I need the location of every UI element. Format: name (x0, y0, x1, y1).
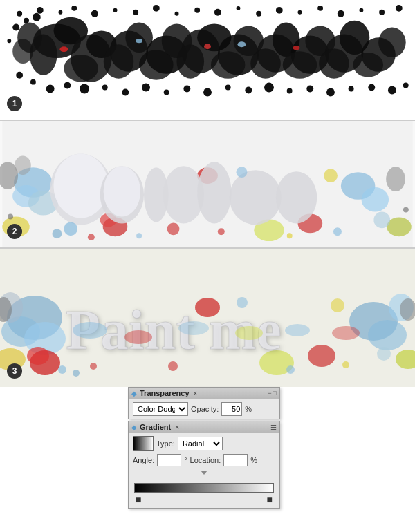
svg-point-147 (168, 361, 178, 371)
step1-canvas (0, 0, 415, 120)
gradient-type-row: Type: Radial (133, 436, 275, 451)
svg-point-33 (12, 24, 19, 31)
svg-point-113 (374, 212, 390, 229)
svg-point-32 (353, 53, 383, 77)
svg-point-5 (12, 39, 33, 64)
step1-badge: 1 (7, 96, 22, 111)
svg-point-75 (359, 8, 363, 12)
gradient-diamond-icon: ◆ (131, 424, 137, 431)
svg-point-47 (203, 88, 212, 97)
svg-point-100 (53, 153, 108, 218)
svg-point-76 (379, 10, 385, 15)
gradient-bar-bottom: ■ ■ (134, 494, 274, 505)
gradient-angle-row: Angle: ° Location: % (133, 454, 275, 466)
transparency-close-button[interactable]: × (192, 390, 199, 397)
svg-point-56 (388, 86, 396, 95)
gradient-close-button[interactable]: × (174, 424, 181, 431)
svg-point-149 (331, 298, 344, 312)
angle-input[interactable] (157, 454, 181, 466)
svg-point-62 (91, 10, 98, 17)
gradient-left-stop-icon[interactable]: ■ (136, 494, 141, 505)
svg-point-105 (197, 162, 231, 223)
svg-point-109 (52, 229, 62, 238)
gradient-panel: ◆ Gradient × ☰ Type: Radial Angle: ° Loc… (128, 421, 280, 509)
svg-point-39 (46, 85, 55, 93)
svg-point-57 (403, 83, 409, 88)
svg-point-59 (37, 7, 44, 14)
svg-point-142 (235, 326, 263, 340)
svg-point-40 (64, 82, 71, 89)
transparency-header-left: ◆ Transparency × (131, 389, 199, 397)
svg-point-41 (80, 84, 89, 94)
svg-point-60 (58, 10, 62, 15)
svg-point-26 (283, 51, 317, 79)
gradient-menu-icon[interactable]: ☰ (270, 424, 277, 431)
svg-point-69 (237, 6, 241, 10)
gradient-panel-header: ◆ Gradient × ☰ (129, 421, 279, 433)
svg-point-61 (71, 6, 77, 11)
opacity-input[interactable] (221, 402, 242, 416)
svg-point-117 (136, 233, 142, 238)
svg-point-58 (17, 11, 22, 17)
svg-point-150 (377, 347, 391, 361)
svg-point-53 (326, 88, 335, 97)
svg-point-45 (164, 90, 169, 95)
svg-point-110 (167, 222, 180, 235)
blend-mode-select[interactable]: Color Dodge (133, 402, 188, 416)
svg-point-55 (368, 84, 375, 91)
svg-point-139 (73, 322, 107, 339)
svg-point-34 (24, 18, 29, 23)
svg-point-8 (64, 55, 98, 82)
svg-point-140 (124, 330, 152, 344)
svg-point-23 (250, 48, 280, 78)
step3-badge: 3 (7, 363, 22, 379)
gradient-panel-body: Type: Radial Angle: ° Location: % (129, 433, 279, 508)
svg-point-68 (214, 9, 221, 16)
gradient-midpoint-diamond[interactable] (201, 471, 208, 475)
svg-point-71 (276, 7, 283, 14)
transparency-title: Transparency (140, 389, 190, 397)
transparency-expand-button[interactable]: □ (273, 390, 277, 397)
svg-point-43 (122, 89, 129, 96)
svg-point-54 (349, 86, 354, 92)
svg-point-67 (194, 8, 200, 13)
svg-point-44 (142, 84, 150, 92)
svg-point-148 (237, 297, 248, 308)
svg-point-111 (237, 167, 248, 178)
gradient-type-label: Type: (156, 439, 175, 448)
gradient-bar[interactable] (134, 483, 274, 493)
gradient-right-stop-icon[interactable]: ■ (267, 494, 273, 505)
svg-point-29 (319, 48, 349, 78)
svg-point-145 (58, 365, 66, 374)
step2-panel: 2 (0, 121, 415, 249)
svg-point-130 (27, 347, 49, 365)
svg-point-81 (136, 39, 142, 43)
transparency-minimize-button[interactable]: − (268, 390, 271, 397)
svg-point-152 (286, 365, 295, 374)
step1-panel: 1 (0, 0, 415, 121)
svg-point-42 (102, 85, 108, 91)
location-input[interactable] (223, 454, 248, 466)
svg-point-49 (245, 87, 252, 94)
gradient-type-select[interactable]: Radial (178, 437, 223, 450)
svg-point-36 (7, 39, 11, 43)
svg-point-151 (90, 363, 97, 370)
svg-point-132 (308, 345, 335, 367)
panels-area: ◆ Transparency × − □ Color Dodge Opacity… (128, 387, 280, 532)
svg-point-119 (287, 233, 293, 238)
svg-point-52 (306, 86, 313, 93)
svg-point-20 (211, 51, 245, 79)
svg-point-153 (342, 361, 349, 368)
gradient-preview (133, 436, 154, 451)
svg-point-50 (264, 83, 274, 93)
opacity-label: Opacity: (191, 405, 219, 413)
svg-point-77 (396, 5, 403, 12)
transparency-panel: ◆ Transparency × − □ Color Dodge Opacity… (128, 387, 280, 419)
location-label: Location: (190, 456, 221, 464)
angle-label: Angle: (133, 456, 154, 464)
step2-canvas (0, 121, 415, 247)
svg-point-97 (386, 167, 405, 191)
svg-point-82 (237, 41, 246, 47)
svg-point-65 (153, 5, 160, 12)
svg-point-35 (33, 13, 41, 21)
